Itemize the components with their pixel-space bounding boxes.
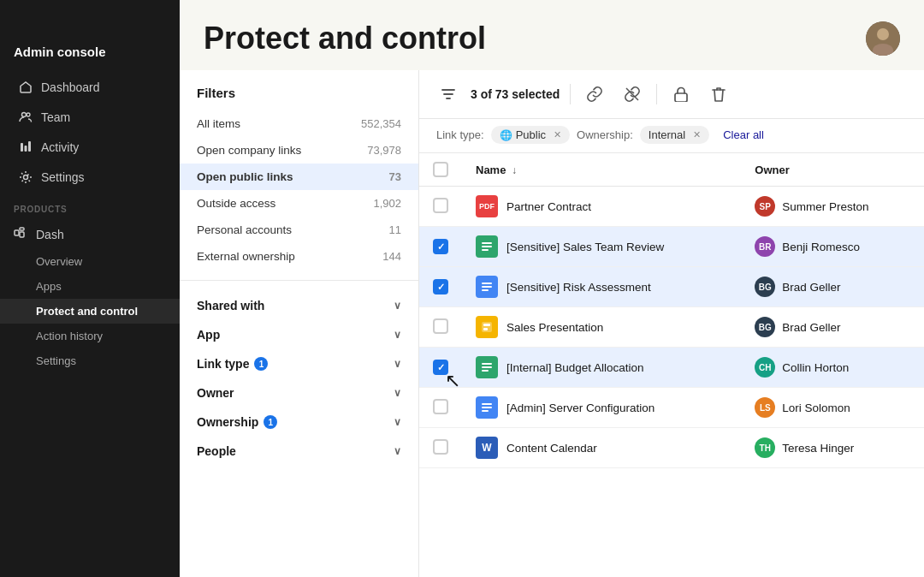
svg-rect-27 [482,407,492,408]
gear-icon [19,170,33,184]
owner-name-text: Collin Horton [782,361,849,374]
row-checkbox[interactable] [433,439,448,455]
filter-open-public-links[interactable]: Open public links 73 [180,164,418,190]
chevron-down-icon-shared: ∨ [394,300,401,312]
svg-rect-23 [482,363,492,365]
row-checkbox[interactable] [433,198,448,213]
filter-personal-accounts[interactable]: Personal accounts 11 [180,217,418,243]
row-checkbox[interactable] [433,399,448,414]
table-row: [Sensitive] Risk AssessmentBGBrad Geller [419,267,924,307]
col-checkbox [419,153,462,187]
col-owner-label: Owner [755,164,789,176]
filter-lines-icon [436,82,460,106]
row-checkbox-cell [419,307,462,348]
sidebar-item-activity[interactable]: Activity [5,133,175,162]
home-icon [19,80,33,94]
sidebar-item-team-label: Team [41,110,70,124]
row-checkbox[interactable] [433,318,448,334]
sidebar-sub-item-settings[interactable]: Settings [0,348,180,373]
svg-rect-21 [483,324,490,326]
link-slash-button[interactable] [619,80,646,108]
select-all-checkbox[interactable] [433,162,448,177]
selected-count-text: 3 of 73 selected [471,87,560,101]
svg-point-10 [877,28,889,40]
avatar[interactable] [866,21,900,56]
row-name-text: Sales Presentation [506,321,603,334]
chain-link-button[interactable] [581,80,608,108]
table-row: [Admin] Server ConfigurationLSLori Solom… [419,388,924,428]
remove-public-filter-button[interactable]: ✕ [551,129,563,141]
row-checkbox[interactable] [433,360,448,375]
filter-all-items-count: 552,354 [361,117,401,130]
row-owner-cell: BGBrad Geller [741,267,924,307]
row-name-cell: PDFPartner Contract [462,187,741,227]
sidebar-item-activity-label: Activity [41,140,79,154]
filters-panel: Filters All items 552,354 Open company l… [180,70,419,577]
content-area: Filters All items 552,354 Open company l… [180,70,924,577]
svg-rect-25 [482,370,489,372]
sidebar-item-settings-label: Settings [41,170,85,184]
owner-name-text: Benji Romesco [782,241,860,253]
remove-internal-filter-button[interactable]: ✕ [690,129,702,141]
file-type-icon [476,356,498,378]
sidebar-item-dash[interactable]: Dash [0,219,180,249]
svg-rect-4 [28,141,31,152]
filter-external-ownership[interactable]: External ownership 144 [180,243,418,270]
files-table-scroll: Name ↓ Owner PDFPartner ContractSPSummer… [419,153,924,577]
filter-section-people[interactable]: People ∨ [180,437,418,466]
table-panel: 3 of 73 selected Link type: [419,70,924,577]
clear-all-button[interactable]: Clear all [723,128,764,141]
sidebar-item-settings[interactable]: Settings [5,163,175,192]
svg-rect-26 [482,403,492,405]
row-owner-cell: BRBenji Romesco [741,227,924,267]
filter-section-ownership[interactable]: Ownership 1 ∨ [180,407,418,437]
col-name-label: Name [476,164,506,176]
filter-tag-public-label: Public [516,128,546,141]
link-type-label: Link type: [436,128,484,141]
filter-personal-accounts-label: Personal accounts [197,223,292,236]
filter-section-app[interactable]: App ∨ [180,320,418,349]
svg-rect-28 [482,410,489,412]
row-checkbox[interactable] [433,239,448,254]
filter-tag-public[interactable]: 🌐 Public ✕ [491,126,570,144]
file-type-icon [476,235,498,258]
svg-line-12 [626,88,638,100]
main-content: Protect and control Filters All items 55… [180,0,924,577]
sidebar-sub-item-protect-control[interactable]: Protect and control [0,299,180,324]
file-type-icon: W [476,437,498,459]
row-checkbox-cell: ↖ [419,348,462,388]
filter-section-shared-with[interactable]: Shared with ∨ [180,291,418,320]
sidebar-item-dashboard[interactable]: Dashboard [5,73,175,102]
sidebar-sub-item-overview[interactable]: Overview [0,249,180,274]
file-type-icon [476,276,498,298]
row-name-cell: [Admin] Server Configuration [462,388,741,428]
filter-outside-access-label: Outside access [197,197,275,210]
filter-open-company-count: 73,978 [367,144,401,157]
ownership-label: Ownership: [577,128,633,141]
row-checkbox[interactable] [433,279,448,294]
filter-all-items[interactable]: All items 552,354 [180,110,418,137]
sidebar-item-team[interactable]: Team [5,103,175,132]
filter-external-ownership-count: 144 [382,250,401,263]
row-name-cell: [Internal] Budget Allocation [462,348,741,388]
filter-section-owner[interactable]: Owner ∨ [180,378,418,407]
filter-outside-access-count: 1,902 [373,197,401,210]
filter-tag-internal[interactable]: Internal ✕ [640,126,709,144]
filter-outside-access[interactable]: Outside access 1,902 [180,190,418,217]
file-type-icon: PDF [476,195,498,217]
row-owner-cell: LSLori Solomon [741,388,924,428]
row-name-cell: Sales Presentation [462,307,741,348]
dash-icon [14,226,27,242]
sidebar-item-dashboard-label: Dashboard [41,80,100,94]
filter-section-link-type[interactable]: Link type 1 ∨ [180,349,418,378]
row-name-text: [Sensitive] Risk Assessment [506,281,651,294]
svg-rect-18 [482,286,492,288]
sidebar-sub-item-apps[interactable]: Apps [0,274,180,299]
filter-open-company-links[interactable]: Open company links 73,978 [180,137,418,164]
trash-button[interactable] [705,80,732,108]
owner-avatar: SP [755,196,775,217]
sidebar-sub-item-action-history[interactable]: Action history [0,324,180,348]
owner-name-text: Lori Solomon [782,402,850,414]
file-type-icon [476,316,498,338]
lock-button[interactable] [667,80,695,108]
